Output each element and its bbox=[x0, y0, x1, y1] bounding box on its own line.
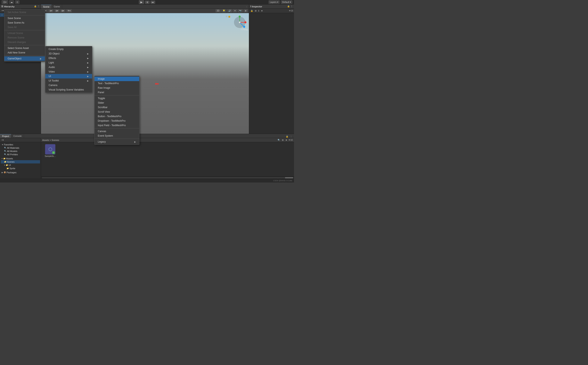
inspector-info-btn[interactable]: ℹ bbox=[258, 9, 260, 12]
menu-panel[interactable]: Panel bbox=[94, 90, 139, 95]
tab-console[interactable]: Console bbox=[11, 134, 24, 138]
menu-remove-scene[interactable]: Remove Scene bbox=[4, 35, 45, 40]
game-tab-label: Game bbox=[54, 5, 60, 8]
menu-create-empty[interactable]: Create Empty bbox=[45, 47, 92, 51]
step-button[interactable]: ⏭ bbox=[151, 1, 155, 4]
light-label: Light bbox=[49, 61, 54, 64]
ui-sep-2 bbox=[94, 128, 139, 128]
menu-save-all[interactable]: Save All bbox=[4, 25, 45, 29]
menu-image[interactable]: Image bbox=[94, 77, 139, 81]
ui-arrow: ▶ bbox=[87, 75, 89, 77]
3d-object-label: 3D Object bbox=[49, 52, 59, 55]
inspector-filter-btn[interactable]: ⊞ bbox=[254, 9, 257, 12]
persp-button[interactable]: ⊕▾ bbox=[48, 9, 54, 12]
menu-add-new-scene[interactable]: Add New Scene bbox=[4, 50, 45, 55]
menu-legacy[interactable]: Legacy ▶ bbox=[94, 140, 139, 144]
sprite-item[interactable]: 📁 Sprite bbox=[1, 167, 40, 170]
menu-effects[interactable]: Effects ▶ bbox=[45, 56, 92, 60]
menu-unload-scene[interactable]: Unload Scene bbox=[4, 31, 45, 35]
layers-dropdown[interactable]: Layers ▾ bbox=[269, 0, 280, 4]
light-arrow: ▶ bbox=[87, 62, 89, 64]
menu-button-tmp[interactable]: Button - TextMeshPro bbox=[94, 114, 139, 119]
assets-item[interactable]: ▾ 📁 Assets bbox=[1, 157, 40, 160]
fx-button[interactable]: ✦ bbox=[233, 9, 237, 12]
scene-menu-icon[interactable]: ≡ bbox=[226, 15, 227, 18]
menu-light[interactable]: Light ▶ bbox=[45, 60, 92, 65]
project-menu-btn[interactable]: ⋮ bbox=[289, 135, 293, 138]
menu-save-scene[interactable]: Save Scene bbox=[4, 16, 45, 21]
ui-folder-icon: 📁 bbox=[6, 164, 8, 166]
menu-scroll-view[interactable]: Scroll View bbox=[94, 110, 139, 114]
assets-nav-btn[interactable]: ⊞ bbox=[281, 139, 284, 141]
scene-asset-item[interactable]: ⬡ ✓ SampleSc... bbox=[43, 144, 57, 157]
gizmos-button[interactable]: ⊠▾ bbox=[60, 9, 65, 12]
assets-filter-btn[interactable]: ★ bbox=[285, 139, 288, 141]
packages-item[interactable]: ▶ 📦 Packages bbox=[1, 171, 40, 174]
menu-set-active-scene[interactable]: Set Active Scene bbox=[4, 10, 45, 14]
menu-save-scene-as[interactable]: Save Scene As bbox=[4, 21, 45, 25]
menu-raw-image[interactable]: Raw Image bbox=[94, 86, 139, 90]
horizontal-scrollbar[interactable] bbox=[41, 176, 294, 179]
menu-3d-object[interactable]: 3D Object ▶ bbox=[45, 51, 92, 56]
visibility-button[interactable]: 👁▾ bbox=[66, 9, 72, 12]
scenes-item[interactable]: 📁 Scenes bbox=[1, 160, 40, 163]
2d-button[interactable]: 2D bbox=[215, 9, 221, 12]
all-prefabs-label: All Prefabs bbox=[7, 153, 18, 156]
packages-folder-icon: 📦 bbox=[4, 171, 6, 174]
scrollbar-thumb[interactable] bbox=[285, 177, 293, 178]
hierarchy-lock-icon: 🔒 bbox=[34, 5, 36, 8]
layout-label: Default bbox=[282, 1, 289, 3]
menu-dropdown-tmp[interactable]: Dropdown - TextMeshPro bbox=[94, 119, 139, 123]
collab-button[interactable]: ⊙ bbox=[15, 0, 20, 4]
menu-slider[interactable]: Slider bbox=[94, 101, 139, 105]
menu-event-system[interactable]: Event System bbox=[94, 133, 139, 138]
scene-lock-icon: 🔒 bbox=[228, 15, 231, 18]
scrollbar-label: Scrollbar bbox=[98, 106, 108, 109]
pause-button[interactable]: ⏸ bbox=[145, 1, 150, 4]
select-scene-label: Select Scene Asset bbox=[7, 47, 29, 49]
tab-game[interactable]: Game bbox=[52, 5, 62, 8]
menu-audio[interactable]: Audio ▶ bbox=[45, 65, 92, 70]
inspector-menu-icon[interactable]: ⋮ bbox=[291, 5, 293, 8]
grid-button[interactable]: ⊞▾ bbox=[54, 9, 59, 12]
tab-scene[interactable]: Scene bbox=[41, 5, 52, 8]
gizmo-btn[interactable]: ⊕ bbox=[244, 9, 248, 12]
gameobject-label: GameObject bbox=[7, 57, 21, 60]
menu-toggle[interactable]: Toggle bbox=[94, 96, 139, 101]
menu-video[interactable]: Video ▶ bbox=[45, 70, 92, 74]
menu-input-field-tmp[interactable]: Input Field - TextMeshPro bbox=[94, 123, 139, 128]
menu-scrollbar[interactable]: Scrollbar bbox=[94, 105, 139, 110]
menu-ui-toolkit[interactable]: UI Toolkit ▶ bbox=[45, 78, 92, 83]
inspector-star-btn[interactable]: ★ bbox=[260, 9, 264, 12]
menu-camera[interactable]: Camera bbox=[45, 83, 92, 87]
menu-text-mesh-pro[interactable]: Text - TextMeshPro bbox=[94, 81, 139, 86]
layout-dropdown[interactable]: Default ▾ bbox=[281, 0, 292, 4]
hierarchy-menu-icon[interactable]: ⋮ bbox=[37, 5, 40, 8]
menu-gameobject[interactable]: GameObject ▶ bbox=[4, 56, 45, 61]
camera-scene-button[interactable]: 📷 bbox=[238, 9, 243, 12]
all-materials-item[interactable]: 🔍 All Materials bbox=[1, 146, 40, 149]
favorites-item[interactable]: ★ Favorites bbox=[1, 143, 40, 146]
all-models-item[interactable]: 🔍 All Models bbox=[1, 149, 40, 153]
assets-search-btn[interactable]: 🔍 bbox=[277, 139, 281, 141]
project-lock-btn[interactable]: 🔒 bbox=[285, 135, 289, 138]
top-bar: 伍▾ ☁ ⊙ ▶ ⏸ ⏭ Layers ▾ Default ▾ bbox=[0, 0, 294, 5]
menu-ui[interactable]: UI ▶ bbox=[45, 74, 92, 78]
cloud-button[interactable]: ☁ bbox=[9, 0, 14, 4]
menu-discard-changes[interactable]: Discard changes bbox=[4, 40, 45, 44]
menu-canvas[interactable]: Canvas bbox=[94, 129, 139, 133]
inspector-lock-btn[interactable]: 🔒 bbox=[250, 9, 254, 12]
play-button[interactable]: ▶ bbox=[139, 0, 144, 4]
menu-select-scene-asset[interactable]: Select Scene Asset bbox=[4, 46, 45, 50]
menu-visual-scripting[interactable]: Visual Scripting Scene Variables bbox=[45, 87, 92, 92]
tab-project[interactable]: Project bbox=[0, 134, 11, 138]
tab-more-button[interactable]: ⋮ bbox=[244, 6, 249, 8]
dropdown-tmp-label: Dropdown - TextMeshPro bbox=[98, 119, 125, 122]
all-prefabs-item[interactable]: 🔍 All Prefabs bbox=[1, 153, 40, 156]
add-object-button[interactable]: +▾ bbox=[1, 9, 4, 12]
account-button[interactable]: 伍▾ bbox=[2, 0, 8, 4]
light-scene-button[interactable]: 💡 bbox=[222, 9, 226, 12]
ui-item[interactable]: ▾ 📁 UI bbox=[1, 163, 40, 167]
add-asset-button[interactable]: +▾ bbox=[1, 139, 4, 141]
audio-button[interactable]: 🔊 bbox=[227, 9, 232, 12]
